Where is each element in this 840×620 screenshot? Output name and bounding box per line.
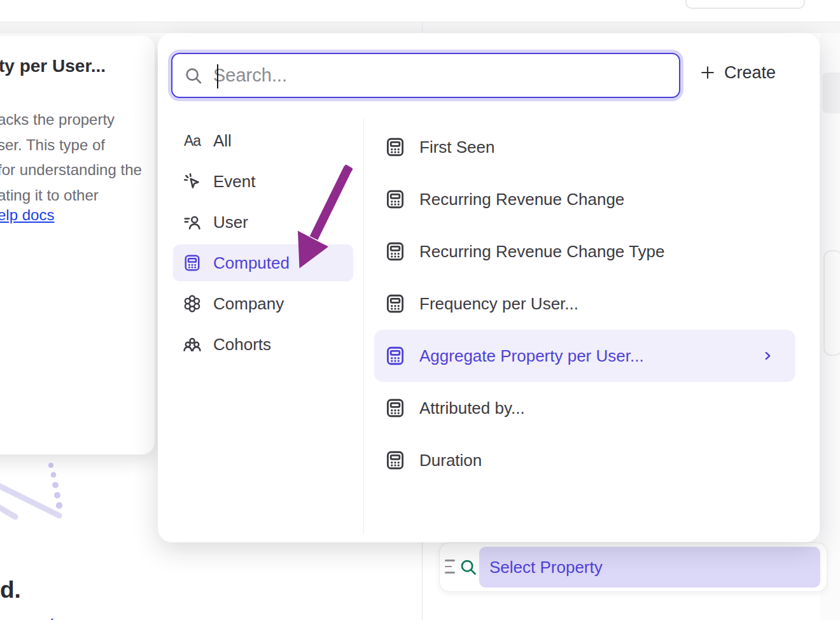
search-field[interactable] (171, 53, 680, 98)
truncated-heading: d. (0, 577, 21, 603)
property-item-recurring-revenue-change[interactable]: Recurring Revenue Change (374, 173, 795, 225)
empty-state-illustration (0, 446, 89, 528)
select-property-card: Select Property (439, 542, 827, 592)
property-label: Recurring Revenue Change (419, 190, 624, 209)
tooltip-body: acks the property ser. This type of for … (0, 107, 142, 208)
property-item-recurring-revenue-change-type[interactable]: Recurring Revenue Change Type (374, 225, 795, 278)
property-label: Recurring Revenue Change Type (419, 242, 664, 262)
select-property-label: Select Property (489, 558, 603, 577)
search-field-focus-ring (168, 50, 683, 101)
category-list: Aa All Event (173, 122, 353, 367)
calculator-icon (384, 240, 407, 263)
calculator-icon (384, 188, 407, 211)
property-item-frequency-per-user[interactable]: Frequency per User... (374, 278, 795, 330)
category-item-company[interactable]: Company (173, 285, 353, 322)
property-item-attributed-by[interactable]: Attributed by... (374, 382, 795, 434)
category-label: User (213, 213, 248, 232)
category-label: Event (213, 172, 256, 192)
property-picker-modal: Create Aa All Event (158, 33, 820, 542)
chevron-right-icon (760, 349, 774, 363)
calculator-icon (384, 449, 407, 472)
help-docs-link[interactable]: elp docs (0, 206, 54, 224)
calculator-icon (384, 136, 407, 159)
plus-icon (699, 64, 717, 81)
property-item-duration[interactable]: Duration (374, 434, 795, 486)
category-label: Cohorts (213, 335, 271, 355)
tooltip-title: ty per User... (0, 56, 106, 76)
property-label: Aggregate Property per User... (419, 346, 644, 366)
tooltip-body-line: for understanding the (0, 157, 142, 183)
tooltip-body-line: ating it to other (0, 183, 142, 208)
background-button-fragment (823, 250, 840, 356)
property-tooltip-card: ty per User... acks the property ser. Th… (0, 36, 155, 454)
background-panel-fragment (822, 73, 840, 113)
category-label: Company (213, 294, 284, 314)
cohorts-icon (182, 334, 202, 355)
property-label: Duration (419, 451, 482, 470)
search-input[interactable] (212, 64, 679, 87)
aa-icon: Aa (182, 130, 202, 151)
top-gray-band (0, 22, 840, 33)
create-button[interactable]: Create (699, 59, 776, 87)
calculator-icon (384, 292, 407, 315)
property-list: First Seen Recurring Revenue Change (374, 121, 795, 486)
screen: d. events ty per User... acks the proper… (0, 0, 840, 620)
event-icon (182, 171, 202, 192)
category-item-cohorts[interactable]: Cohorts (173, 326, 353, 363)
tooltip-body-line: ser. This type of (0, 132, 142, 158)
category-item-user[interactable]: User (173, 204, 353, 241)
truncated-link[interactable]: events (10, 615, 65, 620)
search-icon (459, 558, 478, 577)
category-label: Computed (213, 253, 290, 273)
search-icon (184, 66, 203, 85)
category-item-computed[interactable]: Computed (173, 244, 353, 281)
category-item-event[interactable]: Event (173, 163, 353, 200)
property-item-first-seen[interactable]: First Seen (374, 121, 795, 173)
property-item-aggregate-property-per-user[interactable]: Aggregate Property per User... (374, 330, 795, 382)
tooltip-body-line: acks the property (0, 107, 142, 132)
modal-column-divider (363, 118, 364, 535)
category-item-all[interactable]: Aa All (173, 122, 353, 159)
calculator-icon (182, 253, 202, 273)
company-icon (182, 293, 202, 314)
property-label: Frequency per User... (419, 294, 578, 314)
calculator-icon (384, 344, 407, 367)
category-label: All (213, 131, 232, 151)
calculator-icon (384, 397, 407, 419)
drag-handle-icon[interactable] (445, 560, 455, 574)
create-button-label: Create (724, 63, 776, 83)
text-caret (217, 64, 218, 88)
property-label: Attributed by... (419, 398, 525, 418)
select-property-button[interactable]: Select Property (479, 547, 820, 588)
user-icon (182, 212, 202, 232)
partial-top-button[interactable] (685, 0, 805, 9)
property-label: First Seen (419, 137, 495, 157)
